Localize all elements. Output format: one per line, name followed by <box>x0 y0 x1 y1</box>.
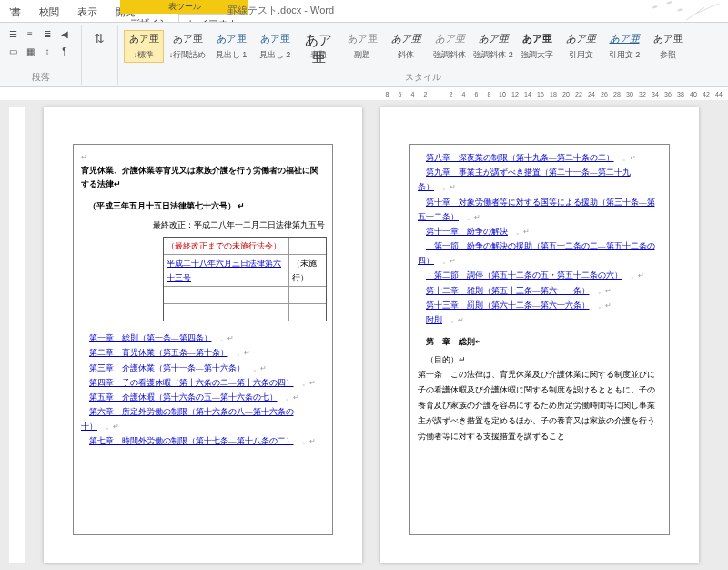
toc-link[interactable]: 第十三章 罰則（第六十二条―第六十六条） 。↵ <box>418 298 662 312</box>
style-italic[interactable]: あア亜斜体 <box>386 32 426 61</box>
style-strong[interactable]: あア亜強調太字 <box>517 32 557 61</box>
toc-link[interactable]: 附則 。↵ <box>418 312 662 327</box>
toc-link[interactable]: 第一章 総則（第一条―第四条） 。↵ <box>81 331 325 345</box>
toc-link[interactable]: 第二節 調停（第五十二条の五・第五十二条の六） 。↵ <box>418 268 662 282</box>
border-button[interactable]: ▭ <box>5 44 20 58</box>
spacing-button[interactable]: ⇅ <box>87 26 111 50</box>
paragraph-group-label: 段落 <box>5 71 76 85</box>
style-quote[interactable]: あア亜引用文 <box>561 32 601 61</box>
styles-group-label: スタイル <box>124 71 723 85</box>
shading-button[interactable]: ▦ <box>23 44 37 58</box>
tab-doc[interactable]: ’書 <box>0 3 30 22</box>
sort-button[interactable]: ↕ <box>40 44 55 58</box>
toc-link[interactable]: 第一節 紛争の解決の援助（第五十二条の二―第五十二条の四） 。↵ <box>418 239 662 268</box>
numbering-button[interactable]: ≡ <box>23 26 37 41</box>
toc-link[interactable]: 第九章 事業主が講ずべき措置（第二十一条―第二十九条） 。↵ <box>418 165 662 194</box>
toc-link[interactable]: 第二章 育児休業（第五条―第十条） 。↵ <box>81 345 325 360</box>
bullets-button[interactable]: ☰ <box>5 26 20 41</box>
tab-review[interactable]: 校閲 <box>30 3 68 22</box>
toc-link[interactable]: 第六章 所定外労働の制限（第十六条の八―第十六条の十） 。↵ <box>81 404 325 433</box>
toc-link[interactable]: 第七章 時間外労働の制限（第十七条―第十八条の二） 。↵ <box>81 433 325 448</box>
revision-table[interactable]: （最終改正までの未施行法令） 平成二十八年六月三日法律第六十三号（未施行） <box>163 237 327 322</box>
style-heading1[interactable]: あア亜見出し 1 <box>211 32 251 61</box>
toc-link[interactable]: 第五章 介護休暇（第十六条の五―第十六条の七） 。↵ <box>81 390 325 404</box>
ribbon: ☰ ≡ ≣ ◀ ▭ ▦ ↕ ¶ 段落 ⇅ あア亜↓標準 あア亜↓行間詰め あア亜… <box>0 22 728 86</box>
page-2[interactable]: 第八章 深夜業の制限（第十九条―第二十条の二） 。↵ 第九章 事業主が講ずべき措… <box>380 107 699 563</box>
vertical-ruler[interactable] <box>9 107 25 563</box>
paragraph-tools: ☰ ≡ ≣ ◀ ▭ ▦ ↕ ¶ <box>5 26 76 58</box>
style-quote2[interactable]: あア亜引用文 2 <box>604 32 644 61</box>
style-heading2[interactable]: あア亜見出し 2 <box>255 32 295 61</box>
toc-link[interactable]: 第八章 深夜業の制限（第十九条―第二十条の二） 。↵ <box>418 150 662 165</box>
styles-gallery[interactable]: あア亜↓標準 あア亜↓行間詰め あア亜見出し 1 あア亜見出し 2 あア亜表題 … <box>124 26 723 63</box>
style-normal[interactable]: あア亜↓標準 <box>124 30 164 63</box>
toc-link[interactable]: 第十章 対象労働者等に対する国等による援助（第三十条―第五十二条） 。↵ <box>418 195 662 224</box>
toc-link[interactable]: 第三章 介護休業（第十一条―第十六条） 。↵ <box>81 361 325 375</box>
title-decoration <box>641 0 723 22</box>
toc-link[interactable]: 第四章 子の看護休暇（第十六条の二―第十六条の四） 。↵ <box>81 375 325 390</box>
toc-link[interactable]: 第十二章 雑則（第五十三条―第六十一条） 。↵ <box>418 283 662 298</box>
window-title: 罫線テスト.docx - Word <box>228 4 334 17</box>
horizontal-ruler[interactable]: 8642246810121416182022242628303234363840… <box>0 87 728 101</box>
decrease-indent-button[interactable]: ◀ <box>57 26 72 41</box>
style-title[interactable]: あア亜表題 <box>298 32 339 61</box>
style-emphasis2[interactable]: あア亜強調斜体 2 <box>473 32 513 61</box>
style-reference[interactable]: あア亜参照 <box>648 32 688 61</box>
page-1[interactable]: ↵ 育児休業、介護休業等育児又は家族介護を行う労働者の福祉に関する法律↵ （平成… <box>44 107 362 563</box>
style-nospacing[interactable]: あア亜↓行間詰め <box>167 32 207 61</box>
paragraph-marks-button[interactable]: ¶ <box>57 44 72 58</box>
toc-link[interactable]: 第十一章 紛争の解決 。↵ <box>418 224 662 239</box>
document-area[interactable]: ↵ 育児休業、介護休業等育児又は家族介護を行う労働者の福祉に関する法律↵ （平成… <box>0 100 728 570</box>
tab-view[interactable]: 表示 <box>68 3 106 22</box>
style-subtitle[interactable]: あア亜副題 <box>342 32 382 61</box>
style-emphasis[interactable]: あア亜強調斜体 <box>430 32 470 61</box>
ribbon-tabbar: ’書 校閲 表示 開発 表ツール デザイン レイアウト 罫線テスト.docx -… <box>0 0 728 22</box>
multilevel-button[interactable]: ≣ <box>40 26 55 41</box>
